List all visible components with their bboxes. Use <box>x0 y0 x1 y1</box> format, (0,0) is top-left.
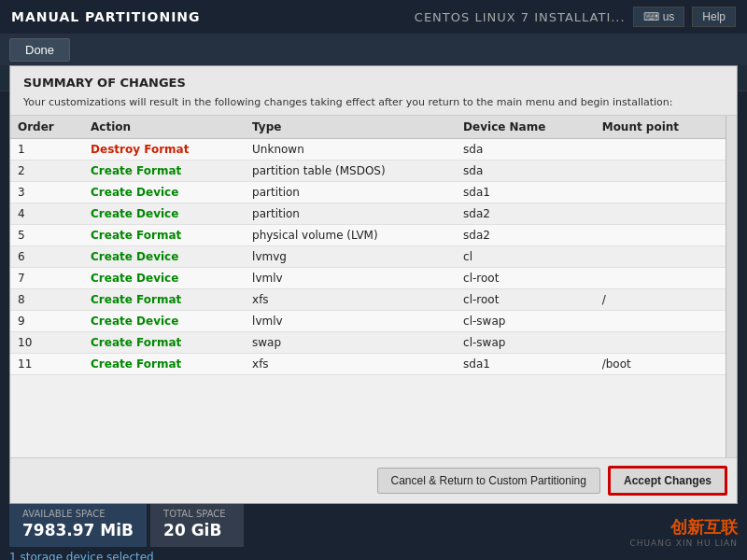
col-order: Order <box>10 116 83 139</box>
cell-action: Create Device <box>83 182 245 203</box>
watermark-logo: 创新互联 <box>670 516 738 539</box>
cell-action: Create Device <box>83 203 245 225</box>
cell-type: lvmlv <box>245 311 456 332</box>
cell-order: 4 <box>10 203 83 225</box>
cell-mount <box>595 203 726 225</box>
total-value: 20 GiB <box>163 521 231 539</box>
available-space-card: AVAILABLE SPACE 7983.97 MiB <box>9 501 147 547</box>
help-button[interactable]: Help <box>692 7 736 27</box>
cell-device: cl-swap <box>456 311 595 332</box>
app-title: MANUAL PARTITIONING <box>11 9 201 24</box>
cell-mount <box>595 182 726 203</box>
cell-order: 9 <box>10 311 83 332</box>
table-row: 3Create Devicepartitionsda1 <box>10 182 726 203</box>
accept-changes-button[interactable]: Accept Changes <box>608 466 727 496</box>
storage-device-link[interactable]: 1 storage device selected <box>9 551 244 561</box>
cell-mount <box>595 139 726 161</box>
modal-title: SUMMARY OF CHANGES <box>23 76 724 90</box>
table-row: 1Destroy FormatUnknownsda <box>10 139 726 161</box>
table-row: 6Create Devicelvmvgcl <box>10 246 726 268</box>
cell-mount: / <box>595 289 726 311</box>
scrollbar[interactable] <box>726 116 737 457</box>
available-label: AVAILABLE SPACE <box>22 509 134 519</box>
cell-order: 5 <box>10 225 83 246</box>
cell-type: partition table (MSDOS) <box>245 161 456 182</box>
cell-device: sda1 <box>456 354 595 375</box>
cell-type: lvmlv <box>245 268 456 289</box>
cell-type: partition <box>245 203 456 225</box>
table-row: 9Create Devicelvmlvcl-swap <box>10 311 726 332</box>
cell-action: Create Format <box>83 332 245 354</box>
col-action: Action <box>83 116 245 139</box>
cell-order: 11 <box>10 354 83 375</box>
cell-type: lvmvg <box>245 246 456 268</box>
cell-device: cl-root <box>456 289 595 311</box>
cell-type: partition <box>245 182 456 203</box>
cell-type: xfs <box>245 354 456 375</box>
cell-action: Create Device <box>83 246 245 268</box>
cell-order: 7 <box>10 268 83 289</box>
modal-header: SUMMARY OF CHANGES Your customizations w… <box>10 66 737 116</box>
lang-label: us <box>663 10 675 23</box>
cell-type: swap <box>245 332 456 354</box>
watermark: 创新互联 CHUANG XIN HU LIAN <box>629 516 738 548</box>
cell-order: 3 <box>10 182 83 203</box>
cell-type: physical volume (LVM) <box>245 225 456 246</box>
col-type: Type <box>245 116 456 139</box>
done-row: Done <box>0 34 747 65</box>
centos-title: CENTOS LINUX 7 INSTALLATI... <box>415 10 626 24</box>
cell-mount <box>595 225 726 246</box>
cell-mount <box>595 246 726 268</box>
table-row: 11Create Formatxfssda1/boot <box>10 354 726 375</box>
watermark-sub: CHUANG XIN HU LIAN <box>629 539 738 548</box>
keyboard-icon: ⌨ <box>643 10 659 23</box>
cell-order: 6 <box>10 246 83 268</box>
cell-type: xfs <box>245 289 456 311</box>
bottom-bar: AVAILABLE SPACE 7983.97 MiB TOTAL SPACE … <box>0 504 747 560</box>
table-row: 4Create Devicepartitionsda2 <box>10 203 726 225</box>
total-label: TOTAL SPACE <box>163 509 231 519</box>
done-button[interactable]: Done <box>9 38 70 62</box>
cell-device: sda2 <box>456 203 595 225</box>
cell-action: Create Format <box>83 354 245 375</box>
cell-order: 1 <box>10 139 83 161</box>
cell-device: sda <box>456 161 595 182</box>
cell-action: Create Format <box>83 289 245 311</box>
cell-device: cl <box>456 246 595 268</box>
table-row: 2Create Formatpartition table (MSDOS)sda <box>10 161 726 182</box>
table-row: 10Create Formatswapcl-swap <box>10 332 726 354</box>
cell-device: cl-root <box>456 268 595 289</box>
storage-cards: AVAILABLE SPACE 7983.97 MiB TOTAL SPACE … <box>9 501 244 547</box>
cell-mount: /boot <box>595 354 726 375</box>
cell-type: Unknown <box>245 139 456 161</box>
cell-mount <box>595 311 726 332</box>
cell-action: Create Device <box>83 268 245 289</box>
top-bar: MANUAL PARTITIONING CENTOS LINUX 7 INSTA… <box>0 0 747 34</box>
changes-table-wrap: Order Action Type Device Name Mount poin… <box>10 116 726 457</box>
cell-device: sda2 <box>456 225 595 246</box>
cell-mount <box>595 268 726 289</box>
cell-device: sda1 <box>456 182 595 203</box>
modal-description: Your customizations will result in the f… <box>23 95 724 109</box>
cell-device: sda <box>456 139 595 161</box>
cell-order: 10 <box>10 332 83 354</box>
changes-table: Order Action Type Device Name Mount poin… <box>10 116 726 375</box>
table-header-row: Order Action Type Device Name Mount poin… <box>10 116 726 139</box>
summary-modal: SUMMARY OF CHANGES Your customizations w… <box>9 65 738 504</box>
cell-device: cl-swap <box>456 332 595 354</box>
col-device: Device Name <box>456 116 595 139</box>
cancel-button[interactable]: Cancel & Return to Custom Partitioning <box>377 468 600 494</box>
cell-order: 2 <box>10 161 83 182</box>
cell-order: 8 <box>10 289 83 311</box>
table-row: 8Create Formatxfscl-root/ <box>10 289 726 311</box>
table-row: 7Create Devicelvmlvcl-root <box>10 268 726 289</box>
col-mount: Mount point <box>595 116 726 139</box>
modal-footer: Cancel & Return to Custom Partitioning A… <box>10 457 737 503</box>
top-bar-right: CENTOS LINUX 7 INSTALLATI... ⌨ us Help <box>415 7 736 27</box>
cell-action: Destroy Format <box>83 139 245 161</box>
cell-action: Create Format <box>83 225 245 246</box>
cell-action: Create Format <box>83 161 245 182</box>
language-button[interactable]: ⌨ us <box>633 7 685 27</box>
table-row: 5Create Formatphysical volume (LVM)sda2 <box>10 225 726 246</box>
cell-action: Create Device <box>83 311 245 332</box>
